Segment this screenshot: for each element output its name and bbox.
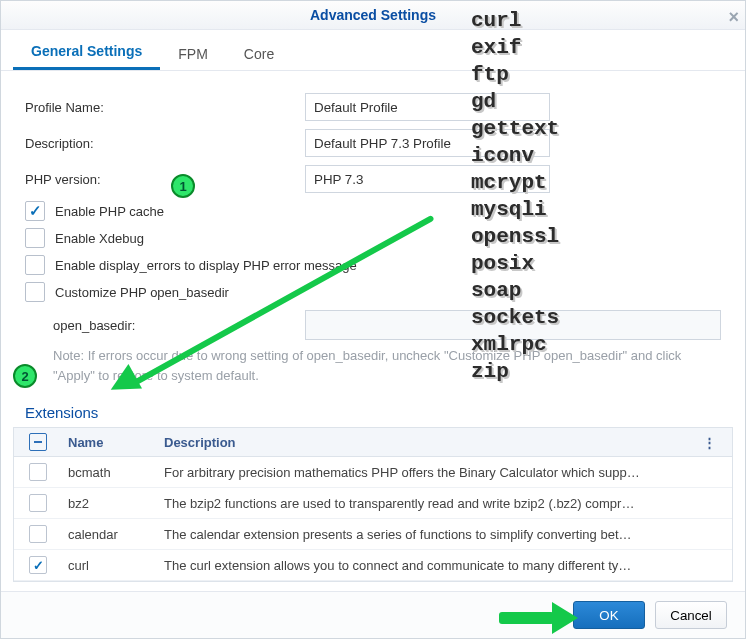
annotation-extension-list: curlexifftpgdgettexticonvmcryptmysqliope… bbox=[471, 7, 559, 385]
close-icon[interactable]: × bbox=[728, 3, 739, 31]
table-row[interactable]: curl The curl extension allows you to co… bbox=[14, 550, 732, 581]
header-checkbox[interactable] bbox=[29, 433, 47, 451]
tab-general[interactable]: General Settings bbox=[13, 35, 160, 70]
extensions-heading: Extensions bbox=[25, 404, 745, 421]
dialog-footer: OK Cancel bbox=[1, 591, 745, 638]
ext-desc: For arbitrary precision mathematics PHP … bbox=[158, 465, 732, 480]
ext-desc: The curl extension allows you to connect… bbox=[158, 558, 732, 573]
ext-desc: The bzip2 functions are used to transpar… bbox=[158, 496, 732, 511]
row-checkbox[interactable] bbox=[29, 494, 47, 512]
ok-button[interactable]: OK bbox=[573, 601, 645, 629]
tab-content: Profile Name: Description: PHP version: … bbox=[1, 71, 745, 386]
arrow-head-2-icon bbox=[552, 602, 578, 634]
row-checkbox[interactable] bbox=[29, 556, 47, 574]
column-menu-icon[interactable]: ⋮ bbox=[703, 435, 716, 450]
tab-bar: General Settings FPM Core bbox=[1, 30, 745, 71]
tab-core[interactable]: Core bbox=[226, 38, 292, 70]
annotation-arrow-2 bbox=[499, 612, 554, 624]
window-title: Advanced Settings bbox=[310, 7, 436, 23]
open-basedir-note: Note: If errors occur due to wrong setti… bbox=[53, 346, 721, 386]
open-basedir-label: open_basedir: bbox=[53, 318, 305, 333]
enable-php-cache-label: Enable PHP cache bbox=[55, 204, 164, 219]
enable-php-cache-checkbox[interactable] bbox=[25, 201, 45, 221]
enable-xdebug-checkbox[interactable] bbox=[25, 228, 45, 248]
col-desc-header[interactable]: Description bbox=[158, 435, 732, 450]
table-row[interactable]: calendar The calendar extension presents… bbox=[14, 519, 732, 550]
ext-name: bz2 bbox=[62, 496, 158, 511]
display-errors-checkbox[interactable] bbox=[25, 255, 45, 275]
window-titlebar: Advanced Settings × bbox=[1, 1, 745, 30]
enable-xdebug-label: Enable Xdebug bbox=[55, 231, 144, 246]
cancel-button[interactable]: Cancel bbox=[655, 601, 727, 629]
tab-fpm[interactable]: FPM bbox=[160, 38, 226, 70]
annotation-marker-1: 1 bbox=[171, 174, 195, 198]
row-checkbox[interactable] bbox=[29, 463, 47, 481]
ext-desc: The calendar extension presents a series… bbox=[158, 527, 732, 542]
row-checkbox[interactable] bbox=[29, 525, 47, 543]
table-header: Name Description ⋮ bbox=[14, 428, 732, 457]
profile-name-label: Profile Name: bbox=[25, 100, 305, 115]
settings-window: Advanced Settings × General Settings FPM… bbox=[0, 0, 746, 639]
php-version-label: PHP version: bbox=[25, 172, 305, 187]
extensions-table: Name Description ⋮ bcmath For arbitrary … bbox=[13, 427, 733, 582]
customize-basedir-checkbox[interactable] bbox=[25, 282, 45, 302]
description-label: Description: bbox=[25, 136, 305, 151]
ext-name: calendar bbox=[62, 527, 158, 542]
col-name-header[interactable]: Name bbox=[62, 435, 158, 450]
display-errors-label: Enable display_errors to display PHP err… bbox=[55, 258, 357, 273]
customize-basedir-label: Customize PHP open_basedir bbox=[55, 285, 229, 300]
ext-name: bcmath bbox=[62, 465, 158, 480]
table-row[interactable]: bcmath For arbitrary precision mathemati… bbox=[14, 457, 732, 488]
table-row[interactable]: bz2 The bzip2 functions are used to tran… bbox=[14, 488, 732, 519]
annotation-marker-2: 2 bbox=[13, 364, 37, 388]
ext-name: curl bbox=[62, 558, 158, 573]
